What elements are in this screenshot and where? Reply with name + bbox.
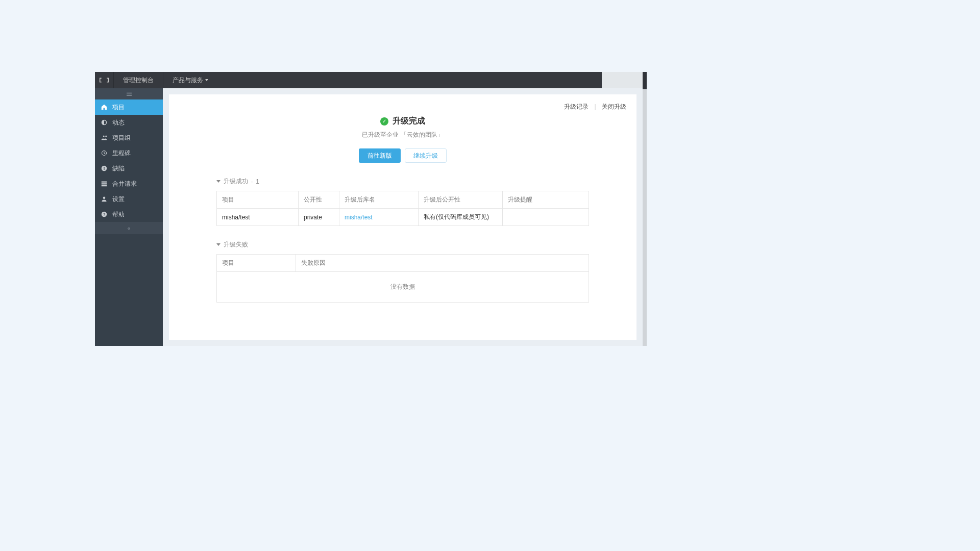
sidebar-item-label: 设置 bbox=[112, 195, 125, 204]
vertical-scrollbar[interactable] bbox=[643, 72, 647, 346]
success-check-icon: ✓ bbox=[380, 117, 388, 126]
new-repo-link[interactable]: misha/test bbox=[345, 214, 373, 221]
sidebar-item-label: 项目 bbox=[112, 103, 125, 112]
topbar: 管理控制台 产品与服务 bbox=[95, 72, 647, 88]
upgrade-failure-header[interactable]: 升级失败 bbox=[216, 240, 589, 249]
console-link[interactable]: 管理控制台 bbox=[113, 72, 163, 88]
th-reason: 失败原因 bbox=[296, 255, 589, 272]
panel-header: ✓ 升级完成 已升级至企业 「云效的团队」 前往新版 继续升级 bbox=[169, 116, 636, 163]
alert-icon bbox=[100, 165, 108, 171]
chevron-left-icon: « bbox=[128, 226, 131, 231]
users-icon bbox=[100, 135, 108, 141]
cell-visibility: private bbox=[299, 209, 339, 226]
sidebar: 项目 动态 项目组 里程碑 缺陷 bbox=[95, 88, 163, 346]
sidebar-item-activity[interactable]: 动态 bbox=[95, 115, 163, 130]
empty-state: 没有数据 bbox=[216, 272, 589, 303]
hamburger-icon bbox=[127, 92, 132, 96]
sidebar-item-label: 帮助 bbox=[112, 210, 125, 219]
actions-divider: | bbox=[595, 103, 596, 110]
panel-actions: 升级记录 | 关闭升级 bbox=[564, 103, 626, 111]
panel-title: 升级完成 bbox=[393, 116, 425, 127]
cell-alert bbox=[503, 209, 589, 226]
upgrade-failure-table: 项目 失败原因 bbox=[216, 254, 589, 272]
th-project: 项目 bbox=[217, 191, 299, 209]
dot-separator: · bbox=[251, 178, 253, 185]
sidebar-item-settings[interactable]: 设置 bbox=[95, 191, 163, 207]
collapse-triangle-icon bbox=[216, 180, 220, 183]
upgrade-success-count: 1 bbox=[256, 178, 259, 185]
table-row: misha/test private misha/test 私有(仅代码库成员可… bbox=[217, 209, 589, 226]
sidebar-item-groups[interactable]: 项目组 bbox=[95, 130, 163, 145]
close-upgrade-link[interactable]: 关闭升级 bbox=[602, 103, 626, 110]
upgrade-success-section: 升级成功 · 1 项目 公开性 升级后库名 升级后公开性 升级提醒 bbox=[216, 177, 589, 226]
app-window: 管理控制台 产品与服务 项目 动态 bbox=[95, 72, 647, 346]
th-alert: 升级提醒 bbox=[503, 191, 589, 209]
th-new-repo: 升级后库名 bbox=[339, 191, 419, 209]
user-icon bbox=[100, 196, 108, 202]
home-icon bbox=[100, 104, 108, 110]
brand-logo-icon bbox=[95, 72, 113, 88]
panel-title-row: ✓ 升级完成 bbox=[380, 116, 425, 127]
upgrade-failure-header-label: 升级失败 bbox=[224, 240, 248, 249]
sidebar-toggle-top[interactable] bbox=[95, 88, 163, 99]
sidebar-item-help[interactable]: ? 帮助 bbox=[95, 207, 163, 222]
content-panel: 升级记录 | 关闭升级 ✓ 升级完成 已升级至企业 「云效的团队」 前往新版 继… bbox=[169, 94, 636, 340]
cell-project: misha/test bbox=[217, 209, 299, 226]
panel-buttons: 前往新版 继续升级 bbox=[359, 148, 447, 163]
topbar-right-placeholder bbox=[602, 72, 647, 88]
cell-new-repo: misha/test bbox=[339, 209, 419, 226]
goto-new-button[interactable]: 前往新版 bbox=[359, 148, 401, 163]
products-dropdown[interactable]: 产品与服务 bbox=[163, 72, 217, 88]
th-new-visibility: 升级后公开性 bbox=[419, 191, 503, 209]
upgrade-success-header[interactable]: 升级成功 · 1 bbox=[216, 177, 589, 186]
sidebar-item-label: 项目组 bbox=[112, 134, 131, 142]
continue-upgrade-button-label: 继续升级 bbox=[413, 152, 438, 160]
goto-new-button-label: 前往新版 bbox=[368, 152, 392, 160]
upgrade-success-header-label: 升级成功 bbox=[224, 177, 248, 186]
collapse-triangle-icon bbox=[216, 243, 220, 246]
clock-icon bbox=[100, 150, 108, 156]
sidebar-item-label: 里程碑 bbox=[112, 149, 131, 158]
sidebar-item-milestones[interactable]: 里程碑 bbox=[95, 145, 163, 161]
svg-rect-3 bbox=[104, 169, 105, 170]
svg-text:?: ? bbox=[103, 212, 105, 217]
console-link-label: 管理控制台 bbox=[123, 76, 154, 85]
empty-state-text: 没有数据 bbox=[390, 283, 415, 291]
sidebar-item-label: 动态 bbox=[112, 118, 125, 127]
th-visibility: 公开性 bbox=[299, 191, 339, 209]
upgrade-failure-section: 升级失败 项目 失败原因 没有数据 bbox=[216, 240, 589, 303]
table-header-row: 项目 失败原因 bbox=[217, 255, 589, 272]
sidebar-collapse-button[interactable]: « bbox=[95, 222, 163, 234]
table-header-row: 项目 公开性 升级后库名 升级后公开性 升级提醒 bbox=[217, 191, 589, 209]
scrollbar-thumb[interactable] bbox=[643, 72, 647, 89]
panel-subtitle: 已升级至企业 「云效的团队」 bbox=[362, 131, 443, 139]
sidebar-item-merge-requests[interactable]: 合并请求 bbox=[95, 176, 163, 191]
sidebar-item-label: 缺陷 bbox=[112, 164, 125, 173]
upgrade-success-table: 项目 公开性 升级后库名 升级后公开性 升级提醒 misha/test priv… bbox=[216, 191, 589, 226]
cell-new-visibility: 私有(仅代码库成员可见) bbox=[419, 209, 503, 226]
products-dropdown-label: 产品与服务 bbox=[173, 76, 203, 85]
main-area: 升级记录 | 关闭升级 ✓ 升级完成 已升级至企业 「云效的团队」 前往新版 继… bbox=[163, 88, 643, 346]
question-icon: ? bbox=[100, 211, 108, 217]
svg-rect-4 bbox=[102, 182, 107, 183]
th-project: 项目 bbox=[217, 255, 296, 272]
caret-down-icon bbox=[205, 79, 208, 81]
sidebar-item-projects[interactable]: 项目 bbox=[95, 99, 163, 115]
sidebar-item-label: 合并请求 bbox=[112, 180, 137, 188]
merge-icon bbox=[100, 181, 108, 187]
dashboard-icon bbox=[100, 119, 108, 126]
upgrade-record-link[interactable]: 升级记录 bbox=[564, 103, 589, 110]
svg-rect-5 bbox=[102, 183, 107, 184]
sidebar-item-issues[interactable]: 缺陷 bbox=[95, 161, 163, 176]
continue-upgrade-button[interactable]: 继续升级 bbox=[405, 148, 447, 163]
svg-rect-2 bbox=[104, 167, 105, 169]
svg-point-7 bbox=[103, 197, 106, 199]
svg-rect-6 bbox=[102, 185, 107, 186]
